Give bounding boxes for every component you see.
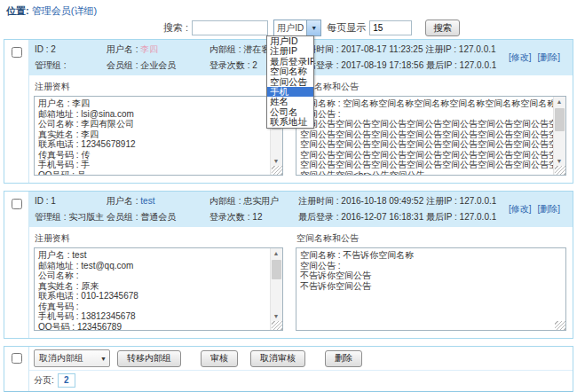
record-body: 注册资料 用户名 : test 邮箱地址 : test@qq.com 公司名称 … (29, 227, 573, 338)
username-label: 用户名 : (107, 44, 140, 54)
member-admin-group: 管理组 : (35, 59, 107, 72)
member-group: 会员组 : 企业会员 (107, 59, 209, 72)
chevron-down-icon[interactable]: ▼ (306, 20, 320, 35)
record-header: ID : 1 用户名 : test 内部组 : 忠实用户 注册时间 : 2016… (29, 192, 573, 227)
scrollbar[interactable]: ▲ ▼ (270, 248, 282, 330)
member-internal-group: 内部组 : 忠实用户 (209, 195, 298, 208)
record-checkbox-cell (4, 192, 29, 338)
reg-info-text: 用户名 : test 邮箱地址 : test@qq.com 公司名称 : 真实姓… (35, 248, 282, 331)
delete-link[interactable]: [删除] (538, 203, 561, 216)
pagination-label: 分页: (34, 374, 54, 387)
batch-action-bar: 取消内部组 ▼ 转移内部组 审核 取消审核 删除 分页: 2 (4, 346, 573, 392)
record-header-grid: ID : 2 用户名 : 李四 内部组 : 潜在客户 注册时间 : 2017-0… (29, 42, 496, 74)
space-info-column: 空间名称和公告 空间名称 : 不告诉你空间名称 空间公告 : 不告诉你空间公告 … (296, 230, 566, 331)
search-label: 搜索 : (163, 21, 188, 35)
member-reg-row: 注册时间 : 2016-10-18 09:49:52 注册IP : 127.0.… (298, 195, 496, 208)
resize-grip-icon[interactable] (555, 166, 565, 175)
select-all-checkbox[interactable] (12, 353, 22, 364)
select-member-checkbox[interactable] (12, 199, 22, 209)
record-actions: [修改] [删除] (496, 42, 573, 74)
member-last-login-row: 最后登录 : 2017-08-19 17:18:56 最后IP : 127.0.… (298, 59, 496, 72)
member-id: ID : 1 (35, 195, 107, 208)
space-info-box[interactable]: 空间名称 : 空间名称空间名称空间名称空间名称空间名称空间名称 空间公告 : 空… (296, 96, 566, 176)
reg-info-column: 注册资料 用户名 : test 邮箱地址 : test@qq.com 公司名称 … (34, 230, 283, 331)
search-field-select[interactable]: 用户ID ▼ (273, 20, 321, 36)
reg-info-box[interactable]: 用户名 : test 邮箱地址 : test@qq.com 公司名称 : 真实姓… (34, 247, 283, 331)
space-info-label: 空间名称和公告 (296, 230, 566, 247)
dropdown-option[interactable]: 注册IP (267, 46, 313, 56)
chevron-down-icon: ▼ (100, 356, 107, 362)
transfer-internal-group-button[interactable]: 转移内部组 (117, 350, 181, 367)
reg-info-label: 注册资料 (34, 230, 283, 247)
per-page-input[interactable] (369, 20, 412, 35)
search-button[interactable]: 搜索 (425, 20, 460, 36)
record-checkbox-cell (4, 40, 29, 183)
search-bar: 搜索 : 用户ID ▼ 每页显示 搜索 (163, 20, 460, 36)
dropdown-option[interactable]: 姓名 (267, 97, 313, 106)
dropdown-option[interactable]: 联系地址 (267, 117, 313, 127)
space-info-column: 空间名称和公告 空间名称 : 空间名称空间名称空间名称空间名称空间名称空间名称 … (296, 78, 566, 176)
scroll-up-icon[interactable]: ▲ (554, 97, 565, 106)
member-username-cell: 用户名 : 李四 (107, 43, 209, 56)
delete-link[interactable]: [删除] (538, 51, 561, 64)
member-last-login-row: 最后登录 : 2016-12-07 16:18:31 最后IP : 127.0.… (298, 211, 496, 223)
space-info-text: 空间名称 : 不告诉你空间名称 空间公告 : 不告诉你空间公告 不告诉你空间公告 (296, 248, 565, 293)
page-number[interactable]: 2 (58, 373, 75, 388)
dropdown-option-highlighted[interactable]: 手机 (267, 87, 313, 97)
edit-link[interactable]: [修改] (509, 203, 532, 216)
dropdown-option[interactable]: 最后登录IP (267, 57, 313, 67)
username-link[interactable]: 李四 (140, 44, 158, 54)
select-all-cell (4, 347, 29, 391)
dropdown-option[interactable]: 空间名称 (267, 67, 313, 76)
cancel-audit-button[interactable]: 取消审核 (250, 350, 305, 367)
scroll-thumb[interactable] (272, 260, 281, 279)
member-login-count: 登录次数 : 12 (209, 211, 298, 223)
breadcrumb-link[interactable]: 管理会员(详细) (32, 5, 97, 16)
search-field-selected-value: 用户ID (274, 20, 306, 35)
search-input[interactable] (192, 20, 268, 35)
select-member-checkbox[interactable] (12, 47, 22, 58)
member-record: ID : 1 用户名 : test 内部组 : 忠实用户 注册时间 : 2016… (4, 191, 573, 339)
member-reg-row: 注册时间 : 2017-08-17 11:23:25 注册IP : 127.0.… (298, 43, 496, 56)
member-admin-group: 管理组 : 实习版主 (35, 211, 107, 223)
scrollbar[interactable]: ▲ ▼ (553, 97, 565, 175)
resize-grip-icon[interactable] (272, 321, 282, 330)
space-info-label: 空间名称和公告 (296, 78, 566, 96)
member-group: 会员组 : 普通会员 (107, 211, 209, 223)
member-username-cell: 用户名 : test (107, 195, 209, 208)
dropdown-option[interactable]: 用户ID (267, 36, 313, 46)
record-actions: [修改] [删除] (496, 193, 573, 225)
internal-group-selected-value: 取消内部组 (39, 352, 83, 365)
search-field-dropdown: 用户ID 注册IP 最后登录IP 空间名称 空间公告 手机 姓名 公司名 联系地… (266, 35, 314, 129)
scroll-down-icon[interactable]: ▼ (554, 156, 565, 166)
scroll-down-icon[interactable]: ▼ (271, 311, 281, 321)
reg-info-box[interactable]: 用户名 : 李四 邮箱地址 : lsi@sina.com 公司名称 : 李四有限… (34, 96, 283, 176)
space-info-text: 空间名称 : 空间名称空间名称空间名称空间名称空间名称空间名称 空间公告 : 空… (296, 97, 565, 176)
resize-grip-icon[interactable] (272, 166, 282, 175)
breadcrumb: 位置: 管理会员(详细) (6, 4, 97, 18)
batch-actions-main: 取消内部组 ▼ 转移内部组 审核 取消审核 删除 分页: 2 (29, 347, 573, 391)
batch-buttons-row: 取消内部组 ▼ 转移内部组 审核 取消审核 删除 (29, 347, 573, 370)
resize-grip-icon[interactable] (555, 321, 565, 330)
space-info-box[interactable]: 空间名称 : 不告诉你空间名称 空间公告 : 不告诉你空间公告 不告诉你空间公告 (296, 247, 566, 331)
reg-info-label: 注册资料 (34, 78, 283, 96)
scroll-down-icon[interactable]: ▼ (271, 156, 281, 166)
dropdown-option[interactable]: 公司名 (267, 107, 313, 117)
edit-link[interactable]: [修改] (509, 51, 532, 64)
member-id: ID : 2 (35, 43, 107, 56)
audit-button[interactable]: 审核 (201, 350, 238, 367)
record-main: ID : 1 用户名 : test 内部组 : 忠实用户 注册时间 : 2016… (29, 192, 573, 338)
pagination-row: 分页: 2 (29, 370, 573, 391)
dropdown-option[interactable]: 空间公告 (267, 77, 313, 87)
per-page-label: 每页显示 (327, 21, 366, 35)
username-link[interactable]: test (140, 196, 154, 206)
breadcrumb-label: 位置: (6, 5, 29, 16)
username-label: 用户名 : (107, 196, 140, 206)
internal-group-select[interactable]: 取消内部组 ▼ (34, 349, 110, 367)
scroll-thumb[interactable] (555, 108, 565, 131)
record-header-grid: ID : 1 用户名 : test 内部组 : 忠实用户 注册时间 : 2016… (29, 193, 496, 225)
delete-button[interactable]: 删除 (325, 350, 362, 367)
reg-info-text: 用户名 : 李四 邮箱地址 : lsi@sina.com 公司名称 : 李四有限… (35, 97, 282, 176)
reg-info-column: 注册资料 用户名 : 李四 邮箱地址 : lsi@sina.com 公司名称 :… (34, 78, 283, 176)
scroll-up-icon[interactable]: ▲ (271, 248, 281, 258)
